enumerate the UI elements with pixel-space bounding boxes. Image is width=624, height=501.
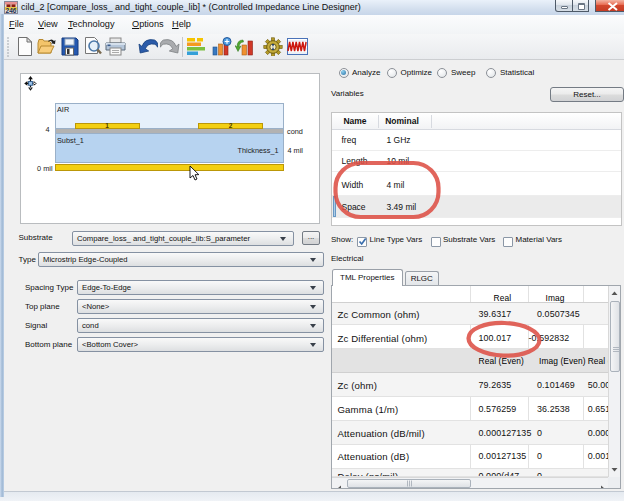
- svg-text:246: 246: [6, 7, 17, 14]
